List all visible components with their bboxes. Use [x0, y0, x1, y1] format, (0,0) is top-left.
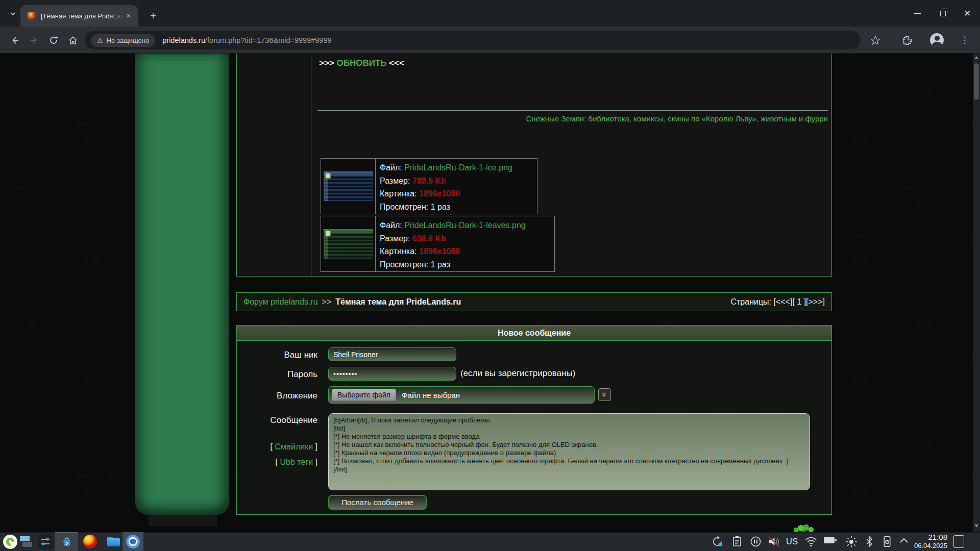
refresh-label[interactable]: ОБНОВИТЬ: [337, 58, 387, 68]
home-icon[interactable]: [66, 34, 80, 47]
url-text: pridelands.ru/forum.php?tid=1736&mid=999…: [162, 36, 331, 44]
tray-expand-chevron-up-icon[interactable]: [898, 536, 910, 546]
attachment-file-link[interactable]: PrideLandsRu-Dark-1-leaves.png: [404, 221, 525, 230]
reload-icon[interactable]: [47, 34, 60, 47]
refresh-post: <<<: [389, 58, 404, 68]
password-hint: (если вы зарегистрированы): [460, 368, 575, 379]
file-input[interactable]: Выберите файл Файл не выбран: [328, 386, 595, 404]
window-close-button[interactable]: ✕: [960, 6, 975, 20]
post-cell-separator: [311, 54, 311, 277]
show-desktop-button[interactable]: [953, 535, 964, 548]
smilies-link-row: [ Смайлики ]: [234, 442, 317, 452]
discover-task[interactable]: [55, 532, 78, 551]
image-label: Картинка:: [380, 247, 417, 256]
page-scrollbar[interactable]: [973, 54, 980, 532]
double-chevron-down-icon: »: [600, 392, 609, 397]
clock-date: 06.04.2025: [910, 541, 947, 550]
pages-navigation[interactable]: Страницы: [<<<][ 1 ][>>>]: [730, 297, 825, 307]
more-attachments-button[interactable]: »: [598, 388, 611, 401]
bracket: ]: [313, 458, 317, 466]
attachment-views: 1 раз: [431, 203, 450, 211]
security-chip[interactable]: ⚠ Не защищено: [91, 34, 155, 47]
desktop: [Тёмная тема для PrideLan × + ✕ ⚠ Не защ…: [0, 0, 980, 551]
views-label: Просмотрен:: [380, 260, 428, 269]
forum-home-link[interactable]: Форум pridelands.ru: [243, 297, 318, 307]
views-label: Просмотрен:: [380, 203, 428, 211]
profile-avatar[interactable]: [930, 33, 944, 47]
file-status: Файл не выбран: [402, 391, 460, 399]
app-launcher-opensuse-icon[interactable]: [3, 535, 17, 549]
signature-text: Снежные Земли: библиотека, комиксы, скин…: [317, 114, 828, 123]
attachment-info: Файл: PrideLandsRu-Dark-1-ice.png Размер…: [376, 159, 517, 214]
clock-time: 21:08: [910, 533, 947, 541]
attachment-dims: 1896x1080: [419, 247, 460, 256]
updates-tray-icon[interactable]: [712, 536, 723, 547]
url-bar[interactable]: ⚠ Не защищено pridelands.ru/forum.php?ti…: [85, 31, 861, 49]
scroll-down-icon[interactable]: [974, 524, 978, 528]
form-title: Новое сообщение: [237, 325, 831, 341]
tab-list-chevron-icon[interactable]: [6, 7, 19, 20]
browser-titlebar: [0, 0, 980, 27]
password-input[interactable]: [328, 367, 456, 381]
chromium-icon: [126, 535, 140, 548]
security-label: Не защищено: [107, 37, 150, 44]
attachment-thumbnail-cell: [321, 216, 376, 271]
extensions-puzzle-icon[interactable]: [900, 34, 914, 47]
choose-file-button[interactable]: Выберите файл: [332, 389, 396, 401]
settings-sliders-icon[interactable]: [38, 534, 53, 549]
chromium-task-active[interactable]: [122, 532, 143, 551]
browser-menu-icon[interactable]: ⋮: [959, 34, 971, 47]
attachment-file-link[interactable]: PrideLandsRu-Dark-1-ice.png: [404, 163, 512, 172]
kdeconnect-phone-tray-icon[interactable]: [881, 536, 893, 547]
wifi-tray-icon[interactable]: [804, 536, 818, 547]
forum-left-column-shadow: [149, 515, 217, 526]
refresh-pre: >>>: [319, 58, 334, 68]
nick-label: Ваш ник: [234, 350, 317, 360]
forum-left-column: [135, 54, 229, 515]
send-message-button[interactable]: Послать сообщение: [328, 495, 427, 510]
file-label: Файл:: [380, 221, 402, 230]
new-tab-button[interactable]: +: [147, 10, 159, 22]
scrollbar-thumb[interactable]: [974, 63, 979, 100]
window-restore-button[interactable]: [935, 6, 950, 20]
pause-tray-icon[interactable]: [750, 536, 762, 547]
attachment-row: Файл: PrideLandsRu-Dark-1-leaves.png Раз…: [321, 216, 555, 272]
forward-icon[interactable]: [28, 34, 41, 47]
tab-close-icon[interactable]: ×: [124, 11, 134, 21]
refresh-link[interactable]: >>> ОБНОВИТЬ <<<: [319, 58, 404, 68]
message-textarea[interactable]: [b]Athari[/b], Я пока заметил следующие …: [328, 413, 810, 490]
breadcrumb: Форум pridelands.ru >> Тёмная тема для P…: [236, 292, 832, 311]
attachment-thumbnail-ice[interactable]: [324, 171, 373, 201]
attachment-dims: 1896x1080: [419, 189, 460, 198]
file-manager-folder-icon[interactable]: [107, 537, 120, 546]
window-minimize-button[interactable]: [910, 6, 925, 20]
clipboard-tray-icon[interactable]: [732, 536, 742, 547]
firefox-icon[interactable]: [83, 535, 97, 548]
back-icon[interactable]: [8, 34, 21, 47]
file-label: Файл:: [380, 163, 402, 172]
attachment-views: 1 раз: [431, 260, 450, 269]
nick-input[interactable]: [328, 347, 456, 361]
signature-divider: [317, 110, 828, 111]
scroll-up-icon[interactable]: [974, 56, 978, 59]
url-host: pridelands.ru: [162, 36, 205, 44]
smilies-link[interactable]: Смайлики: [275, 442, 313, 451]
keyboard-layout-indicator[interactable]: US: [786, 537, 798, 546]
volume-muted-tray-icon[interactable]: [768, 536, 780, 547]
size-label: Размер:: [380, 234, 410, 243]
topic-title: Тёмная тема для PrideLands.ru: [335, 297, 461, 307]
attachment-thumbnail-cell: [321, 159, 376, 214]
browser-tab[interactable]: [Тёмная тема для PrideLan ×: [20, 5, 138, 27]
attachment-label: Вложение: [234, 391, 317, 401]
ubb-tags-link[interactable]: Ubb теги: [280, 458, 313, 466]
size-label: Размер:: [380, 177, 410, 185]
virtual-desktop-pager-icon[interactable]: [20, 536, 33, 547]
image-label: Картинка:: [380, 189, 417, 198]
battery-tray-icon[interactable]: [823, 536, 837, 545]
brightness-tray-icon[interactable]: [845, 536, 857, 548]
clock[interactable]: 21:08 06.04.2025: [910, 533, 947, 550]
attachment-thumbnail-leaves[interactable]: [324, 229, 373, 259]
bluetooth-tray-icon[interactable]: [865, 536, 873, 547]
bracket: ]: [313, 442, 317, 451]
bookmark-star-icon[interactable]: [869, 34, 882, 47]
